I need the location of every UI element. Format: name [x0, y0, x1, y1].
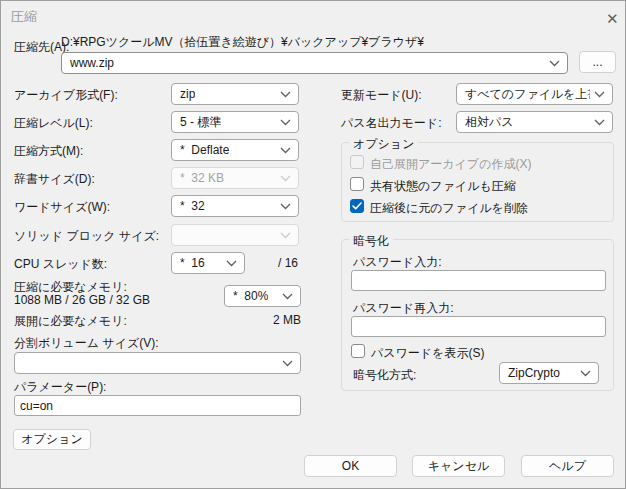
compression-level-label: 圧縮レベル(L): — [14, 115, 93, 132]
encryption-group-title: 暗号化 — [349, 233, 393, 250]
parameters-label: パラメーター(P): — [14, 379, 106, 396]
destination-directory: D:¥RPGツクールMV（拾伍置き絵遊び）¥バックアップ¥ブラウザ¥ — [61, 34, 424, 51]
chevron-down-icon[interactable] — [280, 91, 291, 98]
chevron-down-icon[interactable] — [280, 147, 291, 154]
word-size-value: * 32 — [180, 199, 205, 213]
dictionary-size-combobox: * 32 KB — [171, 167, 299, 189]
chevron-down-icon — [280, 175, 291, 182]
compression-level-value: 5 - 標準 — [180, 114, 221, 131]
cancel-button-label: キャンセル — [428, 458, 489, 475]
archive-format-value: zip — [180, 87, 195, 101]
word-size-combobox[interactable]: * 32 — [171, 195, 299, 217]
password-reenter-input[interactable] — [351, 316, 606, 337]
close-icon[interactable]: ✕ — [606, 10, 619, 28]
chevron-down-icon[interactable] — [282, 360, 293, 367]
path-mode-combobox[interactable]: 相対パス — [456, 111, 613, 133]
ok-button-label: OK — [342, 459, 359, 473]
password-label: パスワード入力: — [353, 254, 441, 271]
update-mode-combobox[interactable]: すべてのファイルを上書き — [456, 83, 613, 105]
memory-usage-value: * 80% — [233, 289, 268, 303]
cpu-threads-value: * 16 — [180, 256, 205, 270]
path-mode-value: 相対パス — [465, 114, 514, 131]
solid-block-size-label: ソリッド ブロック サイズ: — [14, 228, 159, 245]
chevron-down-icon[interactable] — [280, 119, 291, 126]
options-button-label: オプション — [21, 431, 82, 448]
password-reenter-label: パスワード再入力: — [353, 300, 453, 317]
chevron-down-icon — [280, 232, 291, 239]
chevron-down-icon[interactable] — [282, 293, 293, 300]
ok-button[interactable]: OK — [304, 455, 397, 477]
compression-level-combobox[interactable]: 5 - 標準 — [171, 111, 299, 133]
shared-files-checkbox-label: 共有状態のファイルも圧縮 — [370, 178, 516, 195]
archive-name-value: www.zip — [70, 56, 114, 70]
chevron-down-icon[interactable] — [226, 260, 237, 267]
archive-format-label: アーカイブ形式(F): — [14, 87, 118, 104]
encryption-method-label: 暗号化方式: — [353, 367, 416, 384]
help-button-label: ヘルプ — [549, 458, 586, 475]
sfx-checkbox — [350, 155, 364, 169]
cpu-threads-combobox[interactable]: * 16 — [171, 252, 245, 274]
parameters-input[interactable] — [14, 395, 301, 416]
chevron-down-icon[interactable] — [549, 60, 560, 67]
path-mode-label: パス名出力モード: — [341, 115, 441, 132]
memory-decompress-label: 展開に必要なメモリ: — [14, 313, 127, 330]
delete-after-compress-checkbox[interactable] — [350, 199, 364, 213]
chevron-down-icon[interactable] — [280, 203, 291, 210]
show-password-checkbox[interactable] — [351, 344, 365, 358]
delete-after-compress-checkbox-label: 圧縮後に元のファイルを削除 — [370, 200, 528, 217]
options-button[interactable]: オプション — [13, 429, 91, 450]
split-volume-label: 分割ボリューム サイズ(V): — [14, 335, 159, 352]
memory-compress-value: 1088 MB / 26 GB / 32 GB — [14, 293, 150, 307]
archive-format-combobox[interactable]: zip — [171, 83, 299, 105]
dialog-title: 圧縮 — [11, 8, 37, 26]
memory-usage-combobox[interactable]: * 80% — [224, 285, 301, 307]
chevron-down-icon[interactable] — [594, 119, 605, 126]
options-group-title: オプション — [349, 136, 418, 153]
cpu-threads-max: / 16 — [278, 256, 298, 270]
compression-method-label: 圧縮方式(M): — [14, 143, 83, 160]
sfx-checkbox-label: 自己展開アーカイブの作成(X) — [370, 156, 531, 173]
update-mode-label: 更新モード(U): — [341, 87, 422, 104]
browse-button-label: ... — [592, 55, 602, 69]
solid-block-size-combobox — [171, 224, 299, 246]
dictionary-size-value: * 32 KB — [180, 171, 224, 185]
split-volume-combobox[interactable] — [14, 352, 301, 374]
password-input[interactable] — [351, 270, 606, 291]
compress-dialog: 圧縮 ✕ 圧縮先(A): D:¥RPGツクールMV（拾伍置き絵遊び）¥バックアッ… — [0, 0, 626, 489]
compression-method-combobox[interactable]: * Deflate — [171, 139, 299, 161]
chevron-down-icon[interactable] — [594, 91, 605, 98]
memory-decompress-value: 2 MB — [261, 313, 301, 327]
encryption-method-combobox[interactable]: ZipCrypto — [499, 362, 599, 384]
encryption-method-value: ZipCrypto — [508, 366, 560, 380]
cpu-threads-label: CPU スレッド数: — [14, 256, 107, 273]
dictionary-size-label: 辞書サイズ(D): — [14, 171, 95, 188]
word-size-label: ワードサイズ(W): — [14, 199, 110, 216]
help-button[interactable]: ヘルプ — [521, 455, 614, 477]
update-mode-value: すべてのファイルを上書き — [465, 86, 590, 103]
chevron-down-icon[interactable] — [580, 370, 591, 377]
cancel-button[interactable]: キャンセル — [412, 455, 505, 477]
compression-method-value: * Deflate — [180, 143, 229, 157]
archive-name-combobox[interactable]: www.zip — [61, 52, 568, 74]
shared-files-checkbox[interactable] — [350, 177, 364, 191]
show-password-checkbox-label: パスワードを表示(S) — [371, 345, 484, 362]
browse-button[interactable]: ... — [579, 51, 616, 73]
